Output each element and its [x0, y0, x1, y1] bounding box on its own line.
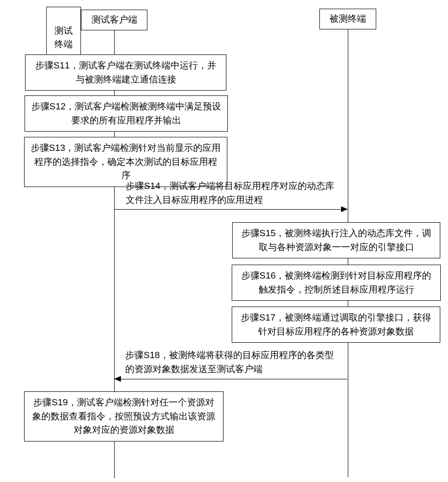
step-text: 步骤S16，被测终端检测到针对目标应用程序的触发指令，控制所述目标应用程序运行 — [241, 270, 432, 295]
step-text: 步骤S13，测试客户端检测针对当前显示的应用程序的选择指令，确定本次测试的目标应… — [31, 143, 221, 180]
actor-test-terminal: 测试 终端 — [46, 7, 81, 55]
step-text: 步骤S15，被测终端执行注入的动态库文件，调取与各种资源对象一一对应的引擎接口 — [241, 228, 432, 252]
step-s16: 步骤S16，被测终端检测到针对目标应用程序的触发指令，控制所述目标应用程序运行 — [232, 265, 441, 301]
arrow-s14 — [115, 209, 347, 210]
actor-label: 被测终端 — [329, 13, 366, 24]
msg-text: 步骤S18，被测终端将获得的目标应用程序的各类型的资源对象数据发送至测试客户端 — [125, 350, 334, 374]
actor-tested-terminal: 被测终端 — [319, 9, 376, 29]
step-s19: 步骤S19，测试客户端检测针对任一个资源对象的数据查看指令，按照预设方式输出该资… — [24, 391, 224, 442]
step-text: 步骤S19，测试客户端检测针对任一个资源对象的数据查看指令，按照预设方式输出该资… — [32, 397, 215, 435]
step-text: 步骤S11，测试客户端在测试终端中运行，并与被测终端建立通信连接 — [35, 60, 216, 84]
msg-s18-label: 步骤S18，被测终端将获得的目标应用程序的各类型的资源对象数据发送至测试客户端 — [121, 348, 341, 376]
step-s17: 步骤S17，被测终端通过调取的引擎接口，获得针对目标应用程序的各种资源对象数据 — [232, 307, 440, 343]
actor-test-client: 测试客户端 — [81, 10, 147, 30]
step-text: 步骤S17，被测终端通过调取的引擎接口，获得针对目标应用程序的各种资源对象数据 — [241, 312, 431, 336]
step-s15: 步骤S15，被测终端执行注入的动态库文件，调取与各种资源对象一一对应的引擎接口 — [232, 222, 440, 258]
step-text: 步骤S12，测试客户端检测被测终端中满足预设要求的所有应用程序并输出 — [31, 101, 222, 125]
actor-label: 测试客户端 — [92, 14, 137, 25]
arrow-s18 — [115, 379, 347, 379]
step-s12: 步骤S12，测试客户端检测被测终端中满足预设要求的所有应用程序并输出 — [25, 95, 228, 132]
msg-s14-label: 步骤S14，测试客户端将目标应用程序对应的动态库文件注入目标应用程序的应用进程 — [122, 179, 341, 207]
step-s11: 步骤S11，测试客户端在测试终端中运行，并与被测终端建立通信连接 — [25, 54, 226, 91]
msg-text: 步骤S14，测试客户端将目标应用程序对应的动态库文件注入目标应用程序的应用进程 — [126, 181, 334, 205]
actor-label: 测试 终端 — [54, 26, 73, 50]
